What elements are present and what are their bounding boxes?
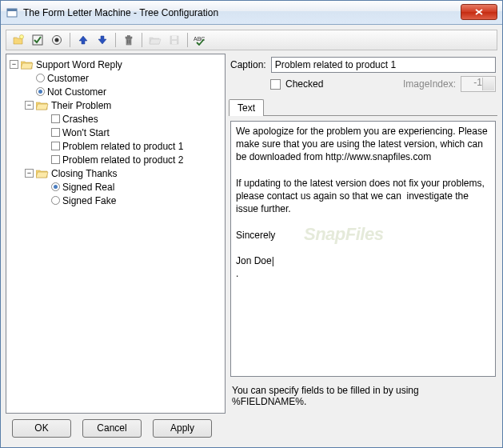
tree-node-signed-real[interactable]: Signed Real <box>40 180 222 194</box>
textarea-container <box>229 116 497 378</box>
new-node-button[interactable] <box>10 31 27 49</box>
imageindex-spinner: -1 <box>461 76 496 92</box>
tree-label: Crashes <box>62 114 98 125</box>
window: The Form Letter Machine - Tree Configura… <box>0 0 503 448</box>
checked-label: Checked <box>285 78 323 90</box>
move-down-button[interactable] <box>94 31 111 49</box>
hint-text: You can specify fields to be filled in b… <box>229 378 497 414</box>
apply-button[interactable]: Apply <box>153 419 212 438</box>
tree-label: Signed Real <box>62 182 114 193</box>
svg-rect-1 <box>7 9 17 11</box>
app-icon <box>6 6 18 19</box>
tree-node-crashes[interactable]: Crashes <box>40 112 222 126</box>
tree-label: Won't Start <box>62 127 110 138</box>
tree-node-their-problem[interactable]: − Their Problem <box>25 98 222 112</box>
checked-checkbox[interactable] <box>270 79 281 90</box>
save-button <box>166 31 183 49</box>
tree-node-customer[interactable]: Customer <box>25 71 222 85</box>
checkbox-icon[interactable] <box>51 142 60 150</box>
svg-rect-7 <box>126 37 132 38</box>
tree-label: Problem related to product 1 <box>62 141 183 152</box>
collapse-icon[interactable]: − <box>25 169 34 178</box>
client-area: ABC − Support Word Reply Customer <box>1 25 502 447</box>
content: − Support Word Reply Customer <box>6 54 497 414</box>
move-up-button[interactable] <box>74 31 92 49</box>
svg-rect-14 <box>172 41 177 44</box>
toolbar: ABC <box>6 30 497 50</box>
tree-node-wont-start[interactable]: Won't Start <box>40 126 222 139</box>
tree-label: Support Word Reply <box>36 59 122 70</box>
separator <box>70 33 70 47</box>
separator <box>187 33 188 47</box>
svg-point-5 <box>55 38 59 42</box>
radio-icon[interactable] <box>51 196 60 205</box>
radio-button[interactable] <box>48 31 66 49</box>
checkbox-icon[interactable] <box>51 155 60 164</box>
imageindex-label: ImageIndex: <box>403 78 456 90</box>
radio-icon[interactable] <box>36 87 45 96</box>
cancel-button[interactable]: Cancel <box>82 419 142 438</box>
tree-node-problem2[interactable]: Problem related to product 2 <box>40 153 222 166</box>
tree-panel[interactable]: − Support Word Reply Customer <box>6 54 226 414</box>
tree-label: Customer <box>47 73 89 84</box>
close-button[interactable] <box>461 4 497 20</box>
close-icon <box>475 9 483 15</box>
caption-input[interactable] <box>271 57 496 73</box>
tree-node-not-customer[interactable]: Not Customer <box>25 85 222 98</box>
ok-button[interactable]: OK <box>12 419 71 438</box>
detail-panel: Caption: Checked ImageIndex: -1 Text <box>229 54 497 414</box>
open-button <box>146 31 164 49</box>
spellcheck-button[interactable]: ABC <box>192 31 210 49</box>
tree-node-signed-fake[interactable]: Signed Fake <box>40 194 222 207</box>
button-bar: OK Cancel Apply <box>6 414 497 442</box>
tree-label: Problem related to product 2 <box>62 154 183 166</box>
checkbox-icon[interactable] <box>51 128 60 137</box>
folder-open-icon <box>36 100 49 111</box>
radio-icon[interactable] <box>36 74 45 82</box>
tree-label: Their Problem <box>51 100 111 111</box>
tree: − Support Word Reply Customer <box>10 58 222 207</box>
folder-open-icon <box>36 168 49 179</box>
svg-point-2 <box>20 35 24 39</box>
tree-node-root[interactable]: − Support Word Reply <box>10 58 222 71</box>
detail-header: Caption: Checked ImageIndex: -1 <box>229 54 497 98</box>
window-title: The Form Letter Machine - Tree Configura… <box>23 7 461 18</box>
body-textarea[interactable] <box>230 121 496 377</box>
delete-button[interactable] <box>120 31 138 49</box>
tree-node-closing-thanks[interactable]: − Closing Thanks <box>25 166 222 180</box>
separator <box>115 33 116 47</box>
radio-icon[interactable] <box>51 182 60 191</box>
svg-rect-8 <box>128 36 130 38</box>
tree-label: Not Customer <box>47 86 106 98</box>
collapse-icon[interactable]: − <box>25 101 34 110</box>
folder-open-icon <box>21 59 34 70</box>
tab-text[interactable]: Text <box>229 99 264 116</box>
titlebar[interactable]: The Form Letter Machine - Tree Configura… <box>1 1 502 25</box>
collapse-icon[interactable]: − <box>10 60 18 69</box>
svg-rect-13 <box>172 36 177 39</box>
tree-label: Closing Thanks <box>51 168 118 179</box>
checkbox-icon[interactable] <box>51 114 60 123</box>
separator <box>142 33 142 47</box>
tab-strip: Text <box>229 98 497 116</box>
caption-label: Caption: <box>230 59 266 70</box>
tree-label: Signed Fake <box>62 195 116 206</box>
check-button[interactable] <box>29 31 46 49</box>
tree-node-problem1[interactable]: Problem related to product 1 <box>40 139 222 153</box>
